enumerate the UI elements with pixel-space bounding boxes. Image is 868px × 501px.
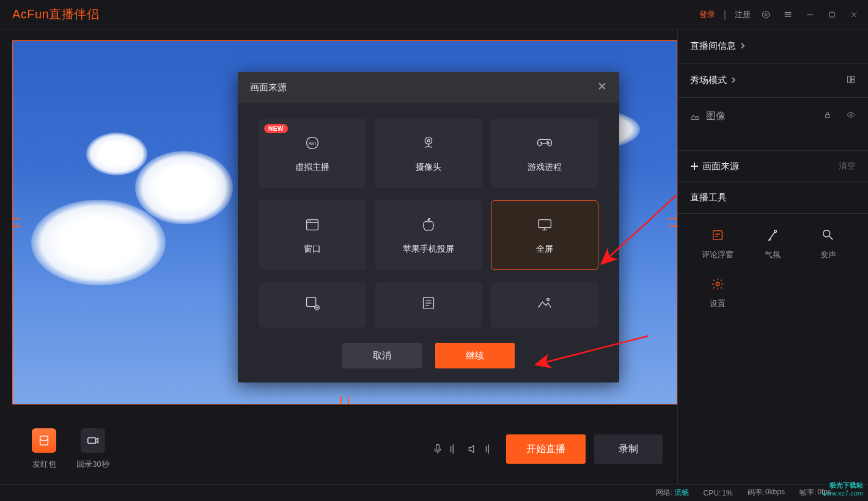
source-capture[interactable] [259, 282, 366, 327]
svg-point-44 [310, 221, 311, 222]
svg-rect-17 [851, 76, 855, 79]
svg-point-28 [823, 230, 830, 237]
status-fps: 帧率:0fps [800, 488, 831, 498]
source-modal: 画面来源 NEW AVI 虚拟主播 摄像头 游戏进程 窗口 苹果手机投屏 全屏 [238, 72, 619, 382]
eye-icon[interactable] [846, 111, 856, 122]
monitor-icon [535, 216, 554, 234]
continue-button[interactable]: 继续 [435, 343, 515, 368]
source-list: 图像 [678, 98, 868, 150]
source-label: 游戏进程 [528, 162, 562, 173]
new-badge: NEW [264, 124, 288, 133]
danmaku-icon [711, 229, 724, 242]
register-link[interactable]: 注册 [735, 9, 751, 20]
cancel-button[interactable]: 取消 [342, 343, 422, 368]
tool-label: 设置 [710, 298, 726, 309]
login-link[interactable]: 登录 [699, 9, 715, 20]
menu-icon[interactable] [781, 8, 795, 21]
svg-marker-0 [763, 11, 770, 18]
tool-settings[interactable]: 设置 [690, 277, 745, 309]
lock-icon[interactable] [823, 111, 833, 122]
svg-point-40 [548, 142, 550, 144]
apple-icon [419, 216, 438, 234]
svg-point-43 [309, 221, 310, 222]
svg-rect-48 [307, 298, 316, 307]
modal-footer: 取消 继续 [238, 329, 619, 382]
gamepad-icon [535, 134, 554, 152]
text-icon [419, 294, 438, 312]
atmosphere-icon [766, 229, 779, 242]
show-mode-label: 秀场模式 [690, 75, 840, 86]
bottom-strip: 发红包 回录30秒 开始直播 录制 [12, 414, 677, 484]
source-label: 摄像头 [416, 162, 441, 173]
media-controls [432, 443, 494, 455]
record-button[interactable]: 录制 [594, 434, 663, 464]
source-label: 全屏 [536, 244, 553, 255]
chevron-right-icon [730, 75, 737, 81]
source-image[interactable] [491, 282, 598, 327]
settings-hex-icon[interactable] [759, 8, 773, 21]
svg-point-39 [547, 141, 548, 142]
clear-sources-button[interactable]: 清空 [839, 161, 856, 172]
replay-button[interactable]: 回录30秒 [68, 428, 117, 470]
tool-danmaku[interactable]: 评论浮窗 [690, 229, 745, 260]
source-text[interactable] [375, 282, 482, 327]
source-item-label: 图像 [706, 110, 726, 123]
source-game[interactable]: 游戏进程 [491, 119, 598, 188]
tool-label: 评论浮窗 [702, 249, 734, 260]
svg-rect-20 [826, 114, 830, 117]
minimize-icon[interactable] [803, 8, 817, 21]
svg-text:AVI: AVI [309, 141, 316, 146]
start-live-button[interactable]: 开始直播 [506, 434, 586, 464]
replay-icon [81, 428, 105, 453]
brand-logo: AcFun直播伴侣 [7, 6, 99, 23]
image-source-icon [690, 112, 700, 120]
speaker-icon [467, 443, 479, 455]
vtuber-icon: AVI [303, 134, 322, 152]
tool-label: 气氛 [765, 249, 781, 260]
source-camera[interactable]: 摄像头 [375, 119, 482, 188]
svg-rect-16 [848, 76, 851, 82]
plus-icon [690, 162, 699, 170]
status-bitrate: 码率:0kbps [748, 488, 785, 498]
svg-point-21 [850, 114, 852, 116]
voice-change-icon [822, 229, 835, 242]
right-pane: 直播间信息 秀场模式 图像 画面来源 清空 直播工具 [677, 29, 868, 484]
svg-rect-24 [713, 231, 723, 240]
volume-control[interactable] [467, 443, 494, 455]
svg-rect-45 [539, 220, 551, 228]
layout-icon[interactable] [846, 75, 856, 87]
mic-icon [432, 443, 444, 455]
svg-point-1 [765, 13, 767, 16]
source-window[interactable]: 窗口 [259, 200, 366, 270]
svg-rect-18 [851, 79, 855, 82]
tool-atmosphere[interactable]: 气氛 [745, 229, 800, 260]
source-iphone[interactable]: 苹果手机投屏 [375, 200, 482, 270]
source-fullscreen[interactable]: 全屏 [491, 200, 598, 270]
red-packet-label: 发红包 [32, 459, 56, 470]
svg-rect-41 [307, 220, 318, 230]
show-mode-row[interactable]: 秀场模式 [678, 64, 868, 98]
room-info-row[interactable]: 直播间信息 [678, 29, 868, 64]
source-item-image[interactable]: 图像 [690, 104, 856, 128]
camera-icon [419, 134, 438, 152]
source-label: 苹果手机投屏 [403, 244, 454, 255]
title-bar-right: 登录 | 注册 [699, 8, 861, 21]
modal-close-button[interactable] [597, 81, 607, 93]
tool-voice[interactable]: 变声 [801, 229, 856, 260]
room-info-label: 直播间信息 [690, 40, 856, 52]
modal-title: 画面来源 [250, 82, 287, 93]
capture-icon [303, 294, 322, 312]
maximize-icon[interactable] [825, 8, 839, 21]
mic-control[interactable] [432, 443, 458, 455]
svg-point-34 [425, 137, 432, 144]
red-packet-button[interactable]: 发红包 [20, 428, 68, 470]
tool-grid: 评论浮窗 气氛 变声 设置 [678, 214, 868, 324]
close-icon [597, 81, 607, 91]
add-source-button[interactable]: 画面来源 [690, 161, 739, 172]
close-window-icon[interactable] [847, 8, 861, 21]
live-tools-title: 直播工具 [678, 182, 868, 214]
add-source-label: 画面来源 [702, 161, 739, 172]
svg-line-29 [829, 236, 833, 240]
source-label: 虚拟主播 [295, 162, 329, 173]
source-vtuber[interactable]: NEW AVI 虚拟主播 [259, 119, 366, 188]
